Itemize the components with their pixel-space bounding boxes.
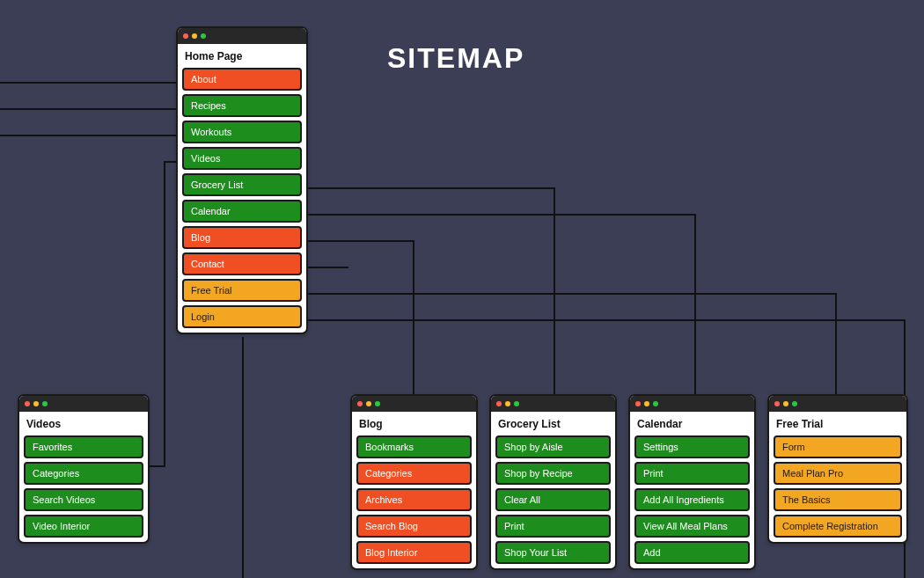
nav-item-clear-all[interactable]: Clear All [495,488,611,511]
nav-item-blog-interior[interactable]: Blog Interior [356,541,472,564]
window-titlebar [630,396,754,412]
nav-item-categories[interactable]: Categories [24,462,143,485]
traffic-light-zoom-icon [375,401,380,406]
nav-item-video-interior[interactable]: Video Interior [24,515,143,538]
card-calendar: Calendar Settings Print Add All Ingredie… [628,394,756,570]
nav-item-shop-aisle[interactable]: Shop by Aisle [495,435,611,458]
nav-item-bookmarks[interactable]: Bookmarks [356,435,472,458]
nav-item-login[interactable]: Login [182,305,302,328]
traffic-light-zoom-icon [514,401,519,406]
traffic-light-minimize-icon [505,401,510,406]
nav-item-add-ingredients[interactable]: Add All Ingredients [634,488,750,511]
traffic-light-zoom-icon [201,33,206,39]
card-videos: Videos Favorites Categories Search Video… [18,394,150,544]
traffic-light-minimize-icon [644,401,649,406]
traffic-light-zoom-icon [792,401,797,406]
nav-item-workouts[interactable]: Workouts [182,121,302,143]
nav-item-add[interactable]: Add [634,541,750,564]
nav-item-print[interactable]: Print [634,462,750,485]
nav-item-recipes[interactable]: Recipes [182,94,302,117]
card-header: Blog [352,412,476,435]
window-titlebar [352,396,476,412]
nav-item-shop-recipe[interactable]: Shop by Recipe [495,462,611,485]
card-body: Form Meal Plan Pro The Basics Complete R… [769,435,906,542]
card-header: Videos [19,412,148,435]
card-header: Grocery List [491,412,615,435]
traffic-light-close-icon [635,401,641,406]
card-body: Favorites Categories Search Videos Video… [19,435,148,542]
card-grocery: Grocery List Shop by Aisle Shop by Recip… [489,394,617,570]
traffic-light-close-icon [357,401,363,406]
nav-item-view-meal-plans[interactable]: View All Meal Plans [634,515,750,538]
card-header: Calendar [630,412,754,435]
nav-item-print[interactable]: Print [495,515,611,538]
card-blog: Blog Bookmarks Categories Archives Searc… [350,394,478,570]
nav-item-shop-list[interactable]: Shop Your List [495,541,611,564]
nav-item-blog[interactable]: Blog [182,226,302,249]
traffic-light-minimize-icon [192,33,197,39]
nav-item-meal-plan-pro[interactable]: Meal Plan Pro [774,462,902,485]
traffic-light-zoom-icon [653,401,658,406]
traffic-light-close-icon [183,33,188,39]
traffic-light-close-icon [496,401,502,406]
card-body: Settings Print Add All Ingredients View … [630,435,754,568]
traffic-light-minimize-icon [33,401,39,406]
nav-item-categories[interactable]: Categories [356,462,472,485]
card-body: Shop by Aisle Shop by Recipe Clear All P… [491,435,615,568]
nav-item-search-blog[interactable]: Search Blog [356,515,472,538]
nav-item-contact[interactable]: Contact [182,252,302,275]
traffic-light-minimize-icon [783,401,788,406]
card-free-trial: Free Trial Form Meal Plan Pro The Basics… [767,394,908,544]
card-home: Home Page About Recipes Workouts Videos … [176,26,308,334]
nav-item-grocery-list[interactable]: Grocery List [182,173,302,196]
card-body: About Recipes Workouts Videos Grocery Li… [178,68,306,333]
nav-item-form[interactable]: Form [774,435,902,458]
traffic-light-close-icon [774,401,780,406]
window-titlebar [491,396,615,412]
nav-item-settings[interactable]: Settings [634,435,750,458]
nav-item-favorites[interactable]: Favorites [24,435,143,458]
page-title: SITEMAP [387,42,524,75]
nav-item-complete-registration[interactable]: Complete Registration [774,515,902,538]
nav-item-the-basics[interactable]: The Basics [774,488,902,511]
nav-item-archives[interactable]: Archives [356,488,472,511]
card-header: Home Page [178,44,306,68]
window-titlebar [178,28,306,44]
traffic-light-minimize-icon [366,401,371,406]
nav-item-about[interactable]: About [182,68,302,91]
nav-item-free-trial[interactable]: Free Trial [182,279,302,302]
window-titlebar [769,396,906,412]
nav-item-videos[interactable]: Videos [182,147,302,170]
traffic-light-zoom-icon [42,401,48,406]
nav-item-search-videos[interactable]: Search Videos [24,488,143,511]
card-header: Free Trial [769,412,906,435]
traffic-light-close-icon [25,401,30,406]
nav-item-calendar[interactable]: Calendar [182,200,302,223]
card-body: Bookmarks Categories Archives Search Blo… [352,435,476,568]
window-titlebar [19,396,148,412]
